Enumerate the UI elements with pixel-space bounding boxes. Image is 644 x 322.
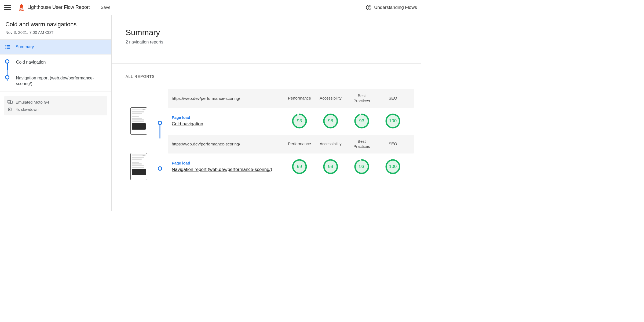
timeline-node-icon: [158, 166, 162, 171]
category-header: SEO: [377, 96, 408, 101]
menu-icon[interactable]: [4, 5, 11, 10]
page-subtitle: 2 navigation reports: [126, 40, 411, 45]
sidebar-step-label: Navigation report (web.dev/performance-s…: [16, 75, 108, 87]
score-gauge[interactable]: 98: [315, 159, 346, 174]
category-header: Accessibility: [315, 96, 346, 101]
svg-rect-2: [7, 45, 10, 46]
sidebar-step[interactable]: Cold navigation: [0, 54, 111, 70]
page-title: Summary: [126, 28, 411, 37]
svg-rect-11: [9, 109, 10, 110]
meta-throttle: 4x slowdown: [8, 107, 104, 112]
cpu-icon: [8, 107, 12, 111]
help-label: Understanding Flows: [374, 5, 417, 10]
score-gauge[interactable]: 93: [346, 113, 377, 129]
step-node-icon: [5, 75, 9, 79]
report-url-link[interactable]: https://web.dev/performance-scoring/: [172, 142, 284, 147]
svg-point-3: [5, 46, 6, 47]
layout: Cold and warm navigations Nov 3, 2021, 7…: [0, 15, 421, 211]
sidebar-step[interactable]: Navigation report (web.dev/performance-s…: [0, 70, 111, 92]
help-icon: ?: [366, 5, 371, 10]
score-gauge[interactable]: 100: [377, 159, 408, 174]
lighthouse-logo-icon: [19, 4, 24, 11]
score-value: 98: [323, 113, 338, 129]
report-row: Page load Navigation report (web.dev/per…: [168, 153, 414, 180]
score-value: 93: [354, 113, 369, 129]
list-icon: [5, 45, 10, 49]
sidebar-header: Cold and warm navigations Nov 3, 2021, 7…: [0, 15, 111, 39]
meta-device-label: Emulated Moto G4: [16, 100, 49, 104]
devices-icon: [8, 100, 12, 104]
score-value: 100: [385, 113, 401, 129]
category-header: BestPractices: [346, 139, 377, 149]
svg-rect-0: [20, 6, 23, 8]
report-name-link[interactable]: Navigation report (web.dev/performance-s…: [172, 167, 284, 172]
score-gauge[interactable]: 93: [346, 159, 377, 174]
report-url-link[interactable]: https://web.dev/performance-scoring/: [172, 96, 284, 101]
app-title: Lighthouse User Flow Report: [27, 5, 90, 10]
report-block: https://web.dev/performance-scoring/ Per…: [126, 135, 414, 180]
sidebar-steps: Cold navigation Navigation report (web.d…: [0, 54, 111, 92]
score-value: 98: [323, 159, 338, 174]
all-reports-section: ALL REPORTS https://web.dev/performance-…: [112, 64, 421, 180]
category-header: BestPractices: [346, 93, 377, 104]
score-value: 99: [292, 159, 307, 174]
score-value: 93: [354, 159, 369, 174]
score-gauge[interactable]: 99: [284, 159, 315, 174]
divider: [126, 84, 414, 84]
category-header: SEO: [377, 141, 408, 147]
sidebar-summary-tab[interactable]: Summary: [0, 39, 111, 54]
topbar: Lighthouse User Flow Report Save ? Under…: [0, 0, 421, 15]
sidebar: Cold and warm navigations Nov 3, 2021, 7…: [0, 15, 112, 211]
score-gauge[interactable]: 100: [377, 113, 408, 129]
svg-rect-4: [7, 47, 10, 47]
svg-rect-9: [8, 103, 10, 104]
save-button[interactable]: Save: [101, 5, 110, 10]
help-link[interactable]: ? Understanding Flows: [366, 5, 417, 10]
score-value: 93: [292, 113, 307, 129]
report-block: https://web.dev/performance-scoring/ Per…: [126, 89, 414, 135]
report-kind: Page load: [172, 161, 284, 165]
category-header: Performance: [284, 141, 315, 147]
meta-throttle-label: 4x slowdown: [16, 107, 39, 112]
timeline-node-icon: [158, 121, 162, 125]
category-header: Accessibility: [315, 141, 346, 147]
score-value: 100: [385, 159, 401, 174]
svg-point-1: [5, 45, 6, 46]
report-kind: Page load: [172, 115, 284, 120]
flow-title: Cold and warm navigations: [5, 21, 106, 28]
sidebar-meta: Emulated Moto G4 4x slowdown: [4, 96, 107, 115]
svg-rect-8: [10, 101, 12, 104]
screenshot-thumbnail: [130, 107, 147, 135]
report-name-link[interactable]: Cold navigation: [172, 121, 284, 127]
svg-point-5: [5, 48, 6, 49]
report-header: https://web.dev/performance-scoring/ Per…: [168, 89, 414, 108]
report-header: https://web.dev/performance-scoring/ Per…: [168, 135, 414, 153]
score-gauge[interactable]: 98: [315, 113, 346, 129]
score-gauge[interactable]: 93: [284, 113, 315, 129]
all-reports-heading: ALL REPORTS: [126, 74, 414, 79]
sidebar-step-label: Cold navigation: [16, 59, 46, 65]
step-node-icon: [5, 59, 9, 64]
category-header: Performance: [284, 96, 315, 101]
screenshot-thumbnail: [130, 153, 147, 180]
flow-date: Nov 3, 2021, 7:00 AM CDT: [5, 30, 106, 35]
meta-device: Emulated Moto G4: [8, 100, 104, 104]
sidebar-summary-label: Summary: [16, 45, 34, 49]
svg-rect-6: [7, 48, 10, 49]
report-row: Page load Cold navigation 93 98: [168, 108, 414, 135]
main: Summary 2 navigation reports ALL REPORTS…: [112, 15, 421, 211]
